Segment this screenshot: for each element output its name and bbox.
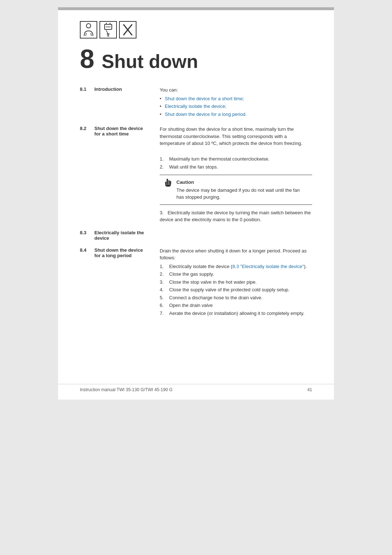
section-8-4-steps: 1.Electrically isolate the device (8.3 "… [160,263,312,317]
chapter-number: 8 [80,46,94,72]
section-8-4-title: Shut down the device for a long period [94,247,152,258]
person-icon-box [80,21,97,39]
svg-rect-10 [168,180,170,185]
section-8-4: 8.4 Shut down the device for a long peri… [80,247,312,319]
page-content: 8 Shut down 8.1 Introduction You can: Sh… [58,10,334,347]
caution-icon [164,179,173,191]
caution-title: Caution [176,179,308,186]
svg-line-2 [91,33,91,36]
link-long-period: Shut down the device for a long period. [165,112,246,117]
footer-left: Instruction manual TWI 35-130 G/TWI 45-1… [80,387,172,392]
caution-text: The device may be damaged if you do not … [176,187,308,201]
svg-line-1 [86,33,86,36]
section-8-2-text: For shutting down the device for a short… [160,126,312,147]
section-8-2-body: For shutting down the device for a short… [160,126,312,223]
svg-point-0 [86,24,91,28]
electrical-icon [102,23,114,37]
section-8-2-num: 8.2 [80,126,94,137]
caution-hand-icon [164,179,172,188]
step-8-2-2: 2.Wait until the fan stops. [160,163,312,171]
section-8-1-left: 8.1 Introduction [80,86,160,92]
section-8-1-body: You can: Shut down the device for a shor… [160,86,312,119]
cross-icon-box [119,21,136,39]
cross-icon [122,23,134,37]
step-8-4-3: 3.Close the stop valve in the hot water … [160,279,312,286]
section-8-1-title: Introduction [94,86,152,92]
section-8-1-intro: You can: [160,87,178,93]
step-8-4-1: 1.Electrically isolate the device (8.3 "… [160,263,312,270]
section-8-4-num: 8.4 [80,247,94,258]
svg-rect-12 [165,182,167,185]
bullet-2: Electrically isolate the device; [160,103,312,110]
section-8-3-num: 8.3 [80,230,94,241]
step-8-4-6: 6.Open the drain valve [160,302,312,309]
section-8-1: 8.1 Introduction You can: Shut down the … [80,86,312,119]
footer: Instruction manual TWI 35-130 G/TWI 45-1… [58,384,334,392]
footer-right: 41 [307,387,312,392]
svg-rect-11 [170,181,171,185]
section-8-3: 8.3 Electrically isolate the device [80,230,312,241]
section-8-2-step3: 3. Electrically isolate the device by tu… [160,209,312,223]
section-8-4-intro: Drain the device when shutting it down f… [160,247,312,262]
page: 8 Shut down 8.1 Introduction You can: Sh… [58,7,334,400]
step-8-4-2: 2.Close the gas supply. [160,271,312,278]
bullet-1: Shut down the device for a short time; [160,95,312,102]
step-8-4-5: 5.Connect a discharge hose to the drain … [160,294,312,301]
section-8-3-left: 8.3 Electrically isolate the device [80,230,160,241]
chapter-title: Shut down [102,52,198,71]
step-8-4-7: 7.Aerate the device (or installation) al… [160,310,312,317]
section-8-2-title: Shut down the device for a short time [94,126,152,137]
section-8-3-title: Electrically isolate the device [94,230,152,241]
link-short-time: Shut down the device for a short time; [165,96,244,101]
icons-row [80,21,312,39]
section-8-2: 8.2 Shut down the device for a short tim… [80,126,312,223]
section-8-4-left: 8.4 Shut down the device for a long peri… [80,247,160,258]
chapter-header: 8 Shut down [80,46,312,72]
section-8-4-body: Drain the device when shutting it down f… [160,247,312,319]
electrical-icon-box [99,21,117,39]
caution-content: Caution The device may be damaged if you… [176,179,308,201]
step-8-2-1: 1.Maximally turn the thermostat counterc… [160,155,312,163]
bullet-3: Shut down the device for a long period. [160,111,312,118]
section-8-1-num: 8.1 [80,86,94,92]
person-icon [83,23,94,37]
step-8-4-4: 4.Close the supply valve of the protecte… [160,286,312,293]
section-8-1-bullets: Shut down the device for a short time; E… [160,95,312,118]
top-bar [58,7,334,10]
link-8-3: 8.3 "Electrically isolate the device" [232,264,304,269]
section-8-2-left: 8.2 Shut down the device for a short tim… [80,126,160,137]
section-8-2-steps: 1.Maximally turn the thermostat counterc… [160,155,312,170]
caution-box: Caution The device may be damaged if you… [160,175,312,205]
svg-rect-9 [167,179,168,185]
link-isolate: Electrically isolate the device; [165,104,226,109]
